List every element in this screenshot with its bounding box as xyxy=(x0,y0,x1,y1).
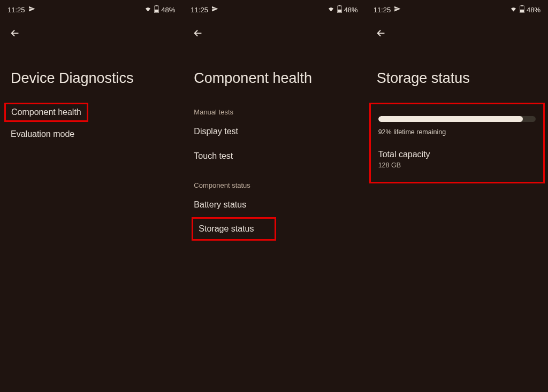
section-component-status: Component status xyxy=(183,176,365,193)
total-capacity-value: 128 GB xyxy=(378,162,536,169)
total-capacity-label: Total capacity xyxy=(378,150,536,159)
back-button[interactable] xyxy=(192,27,204,40)
status-battery-text: 48% xyxy=(344,6,358,14)
section-manual-tests: Manual tests xyxy=(183,103,365,119)
send-icon xyxy=(394,5,401,14)
svg-rect-1 xyxy=(156,5,158,6)
battery-icon xyxy=(520,5,524,14)
status-time: 11:25 xyxy=(7,6,25,14)
svg-rect-5 xyxy=(338,9,341,12)
svg-rect-7 xyxy=(521,5,523,6)
status-battery-text: 48% xyxy=(161,6,175,14)
wifi-icon xyxy=(144,6,152,14)
highlight-box: Component health xyxy=(4,103,88,122)
status-time: 11:25 xyxy=(191,6,208,14)
storage-lifetime-fill xyxy=(378,116,523,122)
svg-rect-4 xyxy=(338,5,340,6)
storage-lifetime-text: 92% lifetime remaining xyxy=(378,128,536,136)
item-component-health[interactable]: Component health xyxy=(11,107,81,117)
page-title: Storage status xyxy=(366,41,548,103)
wifi-icon xyxy=(327,6,335,14)
svg-rect-8 xyxy=(520,9,524,12)
back-button[interactable] xyxy=(9,27,21,40)
status-bar: 11:25 48% xyxy=(366,0,548,16)
status-time: 11:25 xyxy=(374,6,391,14)
item-storage-status[interactable]: Storage status xyxy=(199,224,254,234)
item-display-test[interactable]: Display test xyxy=(183,119,365,144)
battery-icon xyxy=(337,5,342,14)
panel-component-health: 11:25 48% Component health Manual tests … xyxy=(182,0,365,392)
item-touch-test[interactable]: Touch test xyxy=(183,144,365,168)
panel-storage-status: 11:25 48% Storage status 92% lifetime re… xyxy=(366,0,548,392)
item-battery-status[interactable]: Battery status xyxy=(183,193,365,217)
status-bar: 11:25 48% xyxy=(0,0,182,16)
svg-rect-2 xyxy=(155,9,158,12)
highlight-box: 92% lifetime remaining Total capacity 12… xyxy=(369,103,545,183)
status-bar: 11:25 48% xyxy=(183,0,365,16)
send-icon xyxy=(211,5,218,14)
page-title: Component health xyxy=(183,41,365,103)
wifi-icon xyxy=(509,6,517,14)
panel-device-diagnostics: 11:25 48% Device Diagnostics Component h… xyxy=(0,0,182,392)
item-evaluation-mode[interactable]: Evaluation mode xyxy=(0,122,182,147)
send-icon xyxy=(28,5,35,14)
status-battery-text: 48% xyxy=(527,6,541,14)
highlight-box: Storage status xyxy=(192,217,276,241)
back-button[interactable] xyxy=(375,27,387,40)
battery-icon xyxy=(154,5,159,14)
page-title: Device Diagnostics xyxy=(0,41,182,103)
storage-lifetime-bar xyxy=(378,116,536,122)
